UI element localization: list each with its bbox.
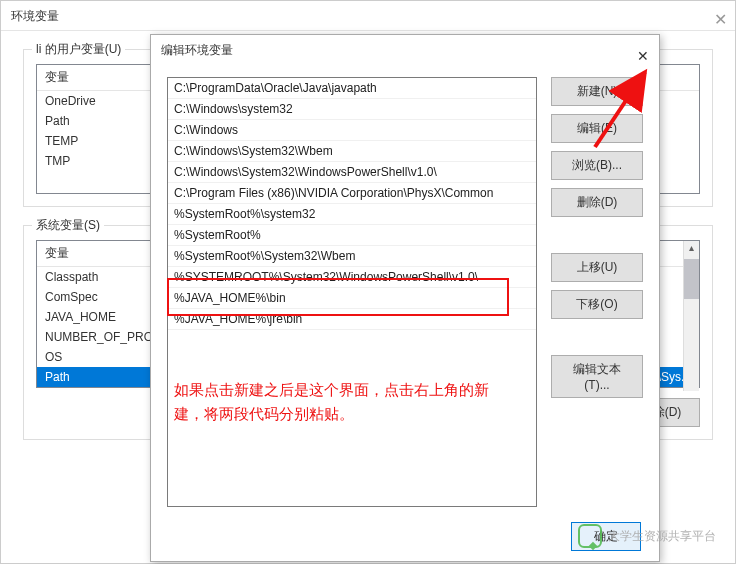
parent-close-icon[interactable]: ✕ [714, 5, 727, 35]
delete-button[interactable]: 删除(D) [551, 188, 643, 217]
path-item[interactable]: C:\Program Files (x86)\NVIDIA Corporatio… [168, 183, 536, 204]
scroll-up-icon[interactable]: ▴ [684, 241, 699, 255]
child-close-icon[interactable]: ✕ [637, 41, 649, 71]
wechat-icon [578, 524, 602, 548]
watermark-text: 大学生资源共享平台 [608, 528, 716, 545]
move-down-button[interactable]: 下移(O) [551, 290, 643, 319]
watermark: 大学生资源共享平台 [578, 524, 716, 548]
edit-button[interactable]: 编辑(E) [551, 114, 643, 143]
var-header: 变量 [45, 245, 165, 262]
path-item[interactable]: %SystemRoot%\System32\Wbem [168, 246, 536, 267]
move-up-button[interactable]: 上移(U) [551, 253, 643, 282]
sys-group-label: 系统变量(S) [32, 217, 104, 234]
side-buttons: 新建(N) 编辑(E) 浏览(B)... 删除(D) 上移(U) 下移(O) 编… [551, 77, 643, 507]
child-title-text: 编辑环境变量 [161, 43, 233, 57]
path-item[interactable]: C:\Windows\System32\WindowsPowerShell\v1… [168, 162, 536, 183]
path-listbox[interactable]: C:\ProgramData\Oracle\Java\javapath C:\W… [167, 77, 537, 507]
path-item[interactable]: C:\Windows [168, 120, 536, 141]
parent-title-text: 环境变量 [11, 9, 59, 23]
edit-env-var-dialog: 编辑环境变量 ✕ C:\ProgramData\Oracle\Java\java… [150, 34, 660, 562]
path-item[interactable]: %JAVA_HOME%\jre\bin [168, 309, 536, 330]
path-item[interactable]: C:\Windows\system32 [168, 99, 536, 120]
browse-button[interactable]: 浏览(B)... [551, 151, 643, 180]
path-item[interactable]: %SystemRoot% [168, 225, 536, 246]
path-item[interactable]: %SystemRoot%\system32 [168, 204, 536, 225]
path-item[interactable]: C:\Windows\System32\Wbem [168, 141, 536, 162]
user-group-label: li 的用户变量(U) [32, 41, 125, 58]
new-button[interactable]: 新建(N) [551, 77, 643, 106]
scroll-thumb[interactable] [684, 259, 699, 299]
path-item[interactable]: %JAVA_HOME%\bin [168, 288, 536, 309]
annotation-text: 如果点击新建之后是这个界面，点击右上角的新建，将两段代码分别粘贴。 [174, 378, 504, 426]
scrollbar[interactable]: ▴ [683, 241, 699, 391]
path-item[interactable]: C:\ProgramData\Oracle\Java\javapath [168, 78, 536, 99]
var-header: 变量 [45, 69, 165, 86]
path-item[interactable]: %SYSTEMROOT%\System32\WindowsPowerShell\… [168, 267, 536, 288]
child-title-bar: 编辑环境变量 ✕ [151, 35, 659, 65]
parent-title-bar: 环境变量 ✕ [1, 1, 735, 31]
edit-text-button[interactable]: 编辑文本(T)... [551, 355, 643, 398]
